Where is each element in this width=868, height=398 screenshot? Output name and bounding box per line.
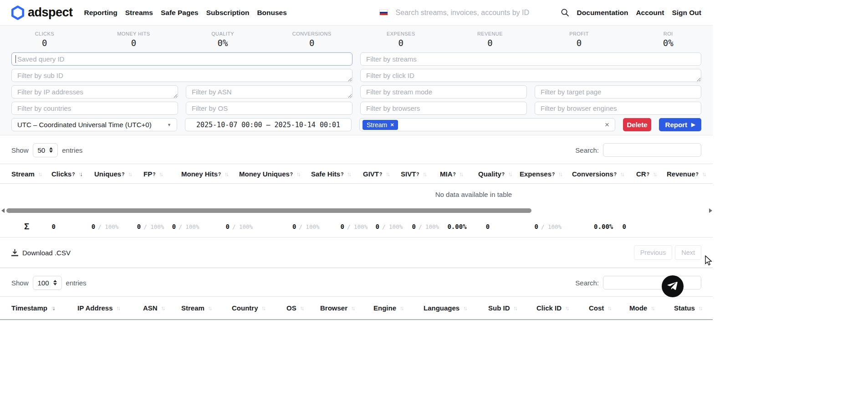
- table-search-input-2[interactable]: [603, 276, 701, 289]
- filter-sub-id-textarea[interactable]: [11, 69, 352, 82]
- nav-item-sign-out[interactable]: Sign Out: [672, 9, 701, 17]
- page-size-control: Show 50 entries: [11, 143, 82, 157]
- totals-value: 0: [51, 223, 55, 230]
- filter-click-id-textarea[interactable]: [360, 69, 701, 82]
- sort-icon: ↑↓: [400, 305, 403, 311]
- sort-icon: ↑↓: [39, 171, 42, 177]
- column-label: Clicks: [51, 170, 71, 178]
- help-mark: ?: [647, 170, 649, 177]
- select-arrows-icon: [53, 280, 57, 285]
- nav-item-documentation[interactable]: Documentation: [577, 9, 628, 17]
- main-menu: Reporting Streams Safe Pages Subscriptio…: [84, 9, 287, 17]
- filter-engines-input[interactable]: [535, 102, 701, 115]
- language-flag-icon[interactable]: [379, 10, 388, 16]
- nav-item-safe-pages[interactable]: Safe Pages: [161, 9, 199, 17]
- filter-asn-textarea[interactable]: [186, 85, 352, 98]
- column-header-country[interactable]: Country↑↓: [232, 304, 286, 312]
- table-search-input[interactable]: [603, 143, 701, 157]
- timezone-select[interactable]: UTC – Coordinated Universal Time (UTC+0)…: [11, 118, 177, 131]
- help-mark: ?: [416, 170, 419, 177]
- previous-page-button[interactable]: Previous: [634, 245, 672, 260]
- download-csv-link[interactable]: Download .CSV: [11, 249, 71, 257]
- saved-query-id-input[interactable]: [11, 52, 352, 66]
- column-header-status[interactable]: Status↑↓: [674, 304, 713, 312]
- sort-icon: ↑↓: [297, 171, 300, 177]
- column-header-timestamp[interactable]: Timestamp↑↓: [11, 304, 77, 312]
- date-range-input[interactable]: 2025-10-07 00:00 – 2025-10-14 00:01: [185, 118, 352, 131]
- filter-countries-input[interactable]: [11, 102, 178, 115]
- column-header-languages[interactable]: Languages↑↓: [424, 304, 488, 312]
- next-page-button[interactable]: Next: [675, 245, 701, 260]
- nav-item-account[interactable]: Account: [636, 9, 664, 17]
- column-label: Stream: [181, 304, 204, 312]
- stream-tag[interactable]: Stream ×: [363, 120, 398, 130]
- scroll-right-arrow-icon[interactable]: [709, 208, 712, 213]
- filter-os-input[interactable]: [186, 102, 352, 115]
- filter-streams-input[interactable]: [360, 52, 701, 66]
- column-header-mia[interactable]: MIA?↑↓: [440, 170, 478, 178]
- column-header-cost[interactable]: Cost↑↓: [589, 304, 629, 312]
- stream-tag-remove-icon[interactable]: ×: [390, 121, 394, 128]
- logo-text: adspect: [28, 5, 73, 20]
- nav-item-subscription[interactable]: Subscription: [206, 9, 250, 17]
- sort-icon: ↑↓: [162, 305, 165, 311]
- stats-row: CLICKS0 MONEY HITS0 QUALITY0% CONVERSION…: [0, 28, 713, 48]
- column-header-clicks[interactable]: Clicks?↑↓: [51, 170, 94, 178]
- totals-cell: 0.00%: [592, 222, 620, 231]
- column-header-cr[interactable]: CR?↑↓: [636, 170, 667, 178]
- help-mark: ?: [614, 170, 617, 177]
- column-header-givt[interactable]: GIVT?↑↓: [363, 170, 401, 178]
- group-by-select[interactable]: Stream × ×: [359, 118, 615, 131]
- column-header-stream[interactable]: Stream↑↓: [181, 304, 232, 312]
- column-header-money-uniques[interactable]: Money Uniques?↑↓: [239, 170, 311, 178]
- column-header-sub-id[interactable]: Sub ID↑↓: [488, 304, 536, 312]
- totals-cell: 0/ 100%: [290, 222, 338, 231]
- delete-button[interactable]: Delete: [623, 118, 651, 131]
- nav-item-reporting[interactable]: Reporting: [84, 9, 117, 17]
- search-icon[interactable]: [561, 8, 569, 17]
- column-header-mode[interactable]: Mode↑↓: [629, 304, 674, 312]
- filter-ip-textarea[interactable]: [11, 85, 178, 98]
- page-size-select[interactable]: 50: [33, 143, 58, 157]
- column-header-browser[interactable]: Browser↑↓: [320, 304, 373, 312]
- report-button[interactable]: Report ▶: [659, 118, 701, 131]
- column-header-expenses[interactable]: Expenses?↑↓: [520, 170, 572, 178]
- column-header-asn[interactable]: ASN↑↓: [143, 304, 181, 312]
- column-header-revenue[interactable]: Revenue?↑↓: [667, 170, 713, 178]
- column-header-safe-hits[interactable]: Safe Hits?↑↓: [311, 170, 363, 178]
- column-header-fp[interactable]: FP?↑↓: [143, 170, 181, 178]
- column-header-sivt[interactable]: SIVT?↑↓: [401, 170, 440, 178]
- totals-cell: 0/ 100%: [135, 222, 170, 231]
- filter-browsers-input[interactable]: [360, 102, 527, 115]
- column-header-conversions[interactable]: Conversions?↑↓: [572, 170, 636, 178]
- scrollbar-thumb[interactable]: [6, 208, 531, 213]
- adspect-logo[interactable]: adspect: [11, 5, 73, 20]
- column-header-quality[interactable]: Quality?↑↓: [478, 170, 520, 178]
- column-header-stream[interactable]: Stream↑↓: [11, 170, 51, 178]
- clear-selection-icon[interactable]: ×: [605, 121, 609, 129]
- nav-item-bonuses[interactable]: Bonuses: [257, 9, 286, 17]
- totals-value: 0: [292, 223, 296, 230]
- column-header-click-id[interactable]: Click ID↑↓: [536, 304, 589, 312]
- column-header-os[interactable]: OS↑↓: [286, 304, 320, 312]
- totals-value: 0.00%: [447, 223, 466, 230]
- filter-stream-mode-input[interactable]: [360, 85, 527, 98]
- column-header-engine[interactable]: Engine↑↓: [373, 304, 424, 312]
- column-header-money-hits[interactable]: Money Hits?↑↓: [181, 170, 239, 178]
- column-label: Money Hits: [181, 170, 218, 178]
- totals-value: 0: [92, 223, 95, 230]
- column-header-ip-address[interactable]: IP Address↑↓: [77, 304, 143, 312]
- column-label: OS: [286, 304, 296, 312]
- scroll-left-arrow-icon[interactable]: [1, 208, 5, 213]
- filter-target-page-input[interactable]: [535, 85, 701, 98]
- global-search-input[interactable]: [396, 9, 553, 17]
- sort-icon: ↑↓: [514, 305, 517, 311]
- totals-cell: 0/ 100%: [373, 222, 410, 231]
- nav-item-streams[interactable]: Streams: [125, 9, 153, 17]
- sort-icon: ↑↓: [566, 305, 569, 311]
- help-mark: ?: [153, 170, 155, 177]
- page-size-select-2[interactable]: 100: [33, 276, 62, 290]
- column-header-uniques[interactable]: Uniques?↑↓: [94, 170, 143, 178]
- entries-label: entries: [62, 146, 82, 154]
- telegram-button[interactable]: [662, 275, 684, 297]
